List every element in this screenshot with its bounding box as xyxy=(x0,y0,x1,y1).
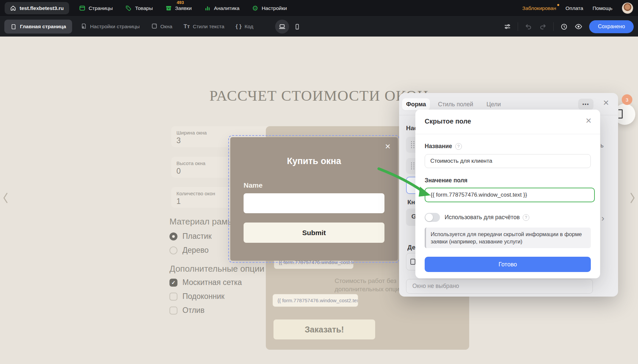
code-label: Код xyxy=(245,24,253,30)
inbox-icon xyxy=(165,5,172,11)
windows-button[interactable]: Окна xyxy=(151,23,172,31)
checkbox-drip-sill[interactable]: Отлив xyxy=(169,306,204,315)
value-label-row: Значение поля xyxy=(425,177,468,184)
popup-close-icon[interactable]: × xyxy=(385,142,390,151)
page-settings-label: Настройки страницы xyxy=(90,24,140,30)
redo-icon[interactable] xyxy=(539,23,547,31)
checkbox-mosquito-net[interactable]: ✓ Москитная сетка xyxy=(169,278,242,287)
mobile-view-button[interactable] xyxy=(294,23,301,30)
done-button[interactable]: Готово xyxy=(425,257,591,272)
name-input[interactable] xyxy=(425,154,591,168)
nav-settings-label: Настройки xyxy=(262,5,287,11)
blocked-status[interactable]: Заблокирован xyxy=(522,5,556,11)
windows-label: Окна xyxy=(160,24,172,30)
tab-goals[interactable]: Цели xyxy=(486,101,501,108)
window-cost2-chip-text: {{ form.778757476.window_cost2.text }} xyxy=(277,298,358,303)
checkbox-drip-sill-label: Отлив xyxy=(182,306,204,315)
tag-icon xyxy=(125,5,132,11)
nav-settings[interactable]: ⚙ Настройки xyxy=(252,4,287,12)
top-bar: test.flexbetest3.ru Страницы Товары 493 … xyxy=(0,0,638,16)
nav-pages-label: Страницы xyxy=(89,5,113,11)
text-styles-button[interactable]: Tт Стили текста xyxy=(184,23,224,30)
blocked-label: Заблокирован xyxy=(522,5,556,11)
popup-title: Купить окна xyxy=(230,156,398,166)
panel-close-icon[interactable]: × xyxy=(603,97,609,108)
site-switcher[interactable]: test.flexbetest3.ru xyxy=(5,2,69,14)
layout-settings-icon[interactable] xyxy=(504,23,511,30)
tab-form[interactable]: Форма xyxy=(402,98,430,110)
top-nav: Страницы Товары 493 Заявки Аналитика ⚙ Н… xyxy=(79,4,287,12)
action-icon xyxy=(410,259,415,265)
page-settings-button[interactable]: Настройки страницы xyxy=(81,23,140,31)
popup-name-input[interactable] xyxy=(244,193,384,213)
nav-analytics-label: Аналитика xyxy=(214,5,240,11)
radio-selected-icon[interactable] xyxy=(169,232,177,240)
drag-handle-icon[interactable] xyxy=(411,162,414,170)
undo-icon[interactable] xyxy=(525,23,532,31)
extra-options-label: Дополнительные опции xyxy=(169,264,265,274)
window-select-input[interactable]: Окно не выбрано xyxy=(406,279,593,294)
nav-products[interactable]: Товары xyxy=(125,5,153,11)
pages-icon xyxy=(79,5,85,11)
value-label: Значение поля xyxy=(425,177,468,184)
checkbox-windowsill-label: Подоконник xyxy=(182,292,224,301)
nav-pages[interactable]: Страницы xyxy=(79,5,113,11)
notification-badge: 3 xyxy=(622,94,632,105)
code-icon: { } xyxy=(236,23,242,30)
page-settings-icon xyxy=(81,23,87,31)
history-icon[interactable] xyxy=(560,23,568,31)
window-select-placeholder: Окно не выбрано xyxy=(412,283,459,289)
current-page-label: Главная страница xyxy=(20,24,66,30)
toolbar-right: Сохранено xyxy=(504,20,634,33)
divider xyxy=(553,22,554,31)
use-for-calculations-toggle[interactable] xyxy=(425,213,440,222)
radio-wood[interactable]: Дерево xyxy=(169,246,209,255)
chevron-right-icon[interactable] xyxy=(629,191,636,206)
more-options-button[interactable]: ••• xyxy=(578,99,593,110)
tab-field-style[interactable]: Стиль полей xyxy=(438,101,473,108)
dialog-close-icon[interactable]: × xyxy=(585,115,591,126)
radio-unselected-icon[interactable] xyxy=(169,246,177,254)
popup-submit-button[interactable]: Submit xyxy=(244,223,384,243)
window-cost2-chip: {{ form.778757476.window_cost2.text }} xyxy=(272,294,358,307)
help-icon[interactable]: ? xyxy=(523,214,529,221)
text-styles-icon: Tт xyxy=(184,23,190,30)
save-button[interactable]: Сохранено xyxy=(589,20,634,33)
checkbox-windowsill[interactable]: Подоконник xyxy=(169,292,224,301)
chevron-left-icon[interactable] xyxy=(2,191,9,206)
drag-handle-icon[interactable] xyxy=(411,141,414,148)
checkbox-unchecked-icon[interactable] xyxy=(169,293,177,301)
current-page-button[interactable]: Главная страница xyxy=(4,20,72,34)
gear-icon: ⚙ xyxy=(252,4,259,12)
help-icon[interactable]: ? xyxy=(455,143,462,150)
window-icon xyxy=(151,23,158,31)
help-link[interactable]: Помощь xyxy=(592,5,612,11)
payment-link[interactable]: Оплата xyxy=(566,5,583,11)
row-chevron-right-icon: › xyxy=(601,213,604,224)
order-button[interactable]: Заказать! xyxy=(273,319,375,339)
divider xyxy=(518,22,518,31)
topbar-right: Заблокирован Оплата Помощь xyxy=(522,2,633,14)
blocked-dot-icon xyxy=(557,4,559,6)
name-label-row: Название ? xyxy=(425,143,462,150)
nav-leads[interactable]: 493 Заявки xyxy=(165,5,192,11)
widget-bracket-icon xyxy=(618,109,623,119)
covered-text-fragment: ь xyxy=(600,142,606,149)
buy-windows-popup[interactable]: × Купить окна Name Submit xyxy=(230,137,398,261)
field-value-input[interactable] xyxy=(425,188,595,202)
desktop-view-button[interactable] xyxy=(275,20,289,34)
avatar[interactable] xyxy=(622,2,633,14)
frame-material-label: Материал рамы xyxy=(169,217,234,227)
dialog-title: Скрытое поле xyxy=(425,118,471,125)
device-toggle xyxy=(275,20,301,34)
code-button[interactable]: { } Код xyxy=(236,23,253,30)
radio-plastic-label: Пластик xyxy=(182,232,212,241)
radio-plastic[interactable]: Пластик xyxy=(169,232,212,241)
site-name: test.flexbetest3.ru xyxy=(20,5,64,11)
checkbox-unchecked-icon[interactable] xyxy=(169,307,177,315)
field-description: Используется для передачи скрытой информ… xyxy=(425,228,591,248)
toolbar-nav: Настройки страницы Окна Tт Стили текста … xyxy=(81,23,253,31)
checkbox-checked-icon[interactable]: ✓ xyxy=(169,279,177,287)
nav-analytics[interactable]: Аналитика xyxy=(204,5,240,11)
preview-eye-icon[interactable] xyxy=(575,23,583,31)
